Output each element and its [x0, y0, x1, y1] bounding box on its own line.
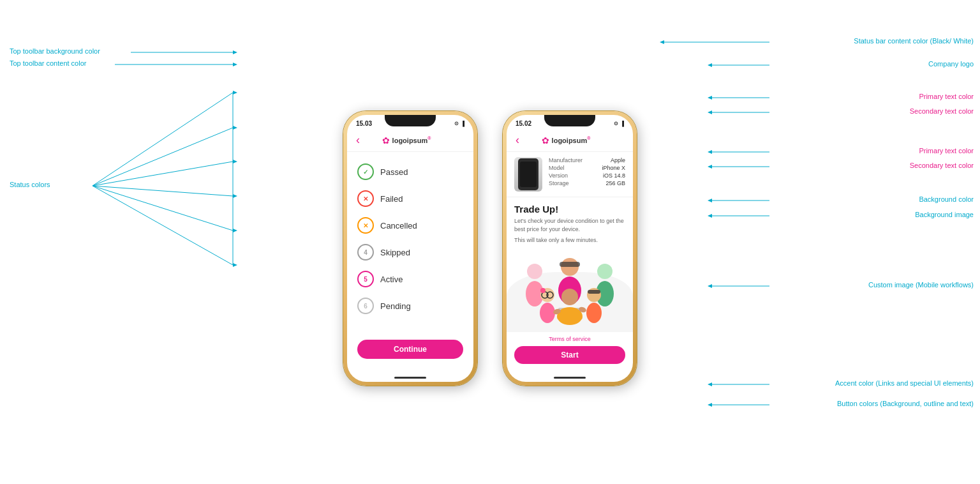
svg-marker-45 [708, 110, 712, 114]
illustration-area [507, 246, 633, 332]
svg-marker-39 [660, 40, 664, 44]
ann-button-colors: Button colors (Background, outline and t… [837, 400, 974, 407]
trade-note: This will take only a few minutes. [514, 237, 625, 243]
ann-background-color: Background color [919, 195, 974, 203]
ann-custom-image: Custom image (Mobile workflows) [868, 281, 974, 289]
svg-line-8 [93, 162, 233, 186]
svg-point-29 [561, 289, 578, 305]
battery-icon-2: ▐ [620, 121, 624, 126]
status-circle-skipped: 4 [357, 244, 374, 261]
svg-point-35 [586, 303, 602, 323]
ann-top-toolbar-bg: Top toolbar background color [10, 47, 100, 55]
spec-row-storage: Storage 256 GB [549, 180, 625, 186]
ann-primary-text-1: Primary text color [919, 93, 974, 100]
trade-desc: Let's check your device condition to get… [514, 217, 625, 233]
continue-button[interactable]: Continue [357, 340, 463, 359]
phone2-content: Manufacturer Apple Model iPhone X Versio… [507, 152, 633, 373]
phone2-frame: 15.02 ⊙ ▐ ‹ ✿ logoipsum® [503, 111, 637, 386]
phone2-toolbar: ‹ ✿ logoipsum® [507, 129, 633, 152]
status-list: ✓ Passed ✕ Failed ✕ Cancelled 4 [347, 157, 473, 335]
svg-line-4 [93, 93, 233, 186]
svg-line-12 [93, 186, 233, 231]
status-circle-active: 5 [357, 271, 374, 287]
status-label-cancelled: Cancelled [380, 221, 417, 231]
device-thumbnail-screen [520, 162, 537, 187]
model-key: Model [549, 165, 565, 171]
svg-marker-53 [708, 214, 712, 218]
phone1-toolbar: ‹ ✿ logoipsum® [347, 129, 473, 152]
storage-val: 256 GB [605, 180, 625, 186]
status-item-failed: ✕ Failed [357, 186, 463, 211]
main-container: Top toolbar background color Top toolbar… [0, 0, 980, 484]
version-key: Version [549, 172, 568, 179]
wifi-icon-2: ⊙ [614, 121, 618, 126]
phone1-notch [385, 115, 436, 126]
phone2-logo-icon: ✿ [542, 135, 549, 146]
storage-key: Storage [549, 180, 569, 186]
phone1-logo-text: logoipsum® [392, 136, 431, 144]
spec-row-manufacturer: Manufacturer Apple [549, 157, 625, 163]
phone2-status-icons: ⊙ ▐ [614, 121, 624, 126]
svg-rect-20 [560, 262, 580, 267]
trade-title: Trade Up! [514, 204, 625, 215]
phone2-home-bar [554, 377, 586, 379]
svg-marker-11 [233, 194, 237, 198]
phone2-bottom: Terms of service Start [507, 332, 633, 373]
left-annotation-lines [10, 0, 150, 484]
svg-marker-9 [233, 160, 237, 163]
ann-status-bar-content: Status bar content color (Black/ White) [854, 37, 974, 45]
phone2-notch [544, 115, 595, 126]
status-label-failed: Failed [380, 194, 403, 204]
device-info-section: Manufacturer Apple Model iPhone X Versio… [507, 152, 633, 197]
phone1-frame: 15.03 ⊙ ▐ ‹ ✿ logoipsum® [343, 111, 477, 386]
status-item-pending: 6 Pending [357, 294, 463, 318]
svg-marker-3 [233, 63, 237, 66]
phone1-time: 15.03 [356, 120, 372, 127]
svg-marker-7 [233, 126, 237, 130]
trade-section: Trade Up! Let's check your device condit… [507, 197, 633, 246]
svg-marker-43 [708, 96, 712, 100]
phone1-back-btn[interactable]: ‹ [356, 133, 360, 147]
device-specs: Manufacturer Apple Model iPhone X Versio… [549, 157, 625, 188]
spec-row-model: Model iPhone X [549, 165, 625, 171]
status-label-pending: Pending [380, 301, 411, 311]
spec-row-version: Version iOS 14.8 [549, 172, 625, 179]
svg-marker-47 [708, 150, 712, 154]
phone2-home-indicator [507, 373, 633, 382]
svg-point-22 [597, 264, 612, 279]
manufacturer-val: Apple [611, 157, 625, 163]
svg-marker-13 [233, 229, 237, 232]
svg-marker-15 [233, 263, 237, 267]
left-annotations: Top toolbar background color Top toolbar… [10, 0, 150, 484]
phone1-inner: 15.03 ⊙ ▐ ‹ ✿ logoipsum® [347, 115, 473, 382]
ann-status-colors: Status colors [10, 181, 50, 188]
phone2-logo-text: logoipsum® [552, 136, 591, 144]
svg-marker-1 [233, 50, 237, 54]
svg-marker-59 [708, 403, 712, 407]
svg-marker-51 [708, 199, 712, 202]
phones-area: 15.03 ⊙ ▐ ‹ ✿ logoipsum® [343, 111, 637, 386]
ann-primary-text-2: Primary text color [919, 147, 974, 155]
status-item-passed: ✓ Passed [357, 160, 463, 184]
phone2-back-btn[interactable]: ‹ [516, 133, 519, 147]
manufacturer-key: Manufacturer [549, 157, 583, 163]
status-circle-pending: 6 [357, 298, 374, 314]
status-item-cancelled: ✕ Cancelled [357, 213, 463, 238]
svg-line-6 [93, 128, 233, 186]
status-circle-failed: ✕ [357, 190, 374, 207]
right-annotations: Status bar content color (Black/ White) … [769, 0, 974, 484]
version-val: iOS 14.8 [603, 172, 625, 179]
phone2-time: 15.02 [516, 120, 531, 127]
battery-icon: ▐ [461, 121, 464, 126]
right-annotation-lines [769, 0, 974, 484]
status-circle-cancelled: ✕ [357, 217, 374, 234]
phone2-inner: 15.02 ⊙ ▐ ‹ ✿ logoipsum® [507, 115, 633, 382]
terms-link[interactable]: Terms of service [549, 336, 591, 342]
wifi-icon: ⊙ [454, 121, 459, 126]
phone1-content: ✓ Passed ✕ Failed ✕ Cancelled 4 [347, 152, 473, 373]
start-button[interactable]: Start [514, 346, 625, 364]
svg-line-14 [93, 186, 233, 265]
svg-point-28 [540, 288, 546, 293]
svg-marker-55 [708, 284, 712, 288]
status-item-active: 5 Active [357, 267, 463, 291]
